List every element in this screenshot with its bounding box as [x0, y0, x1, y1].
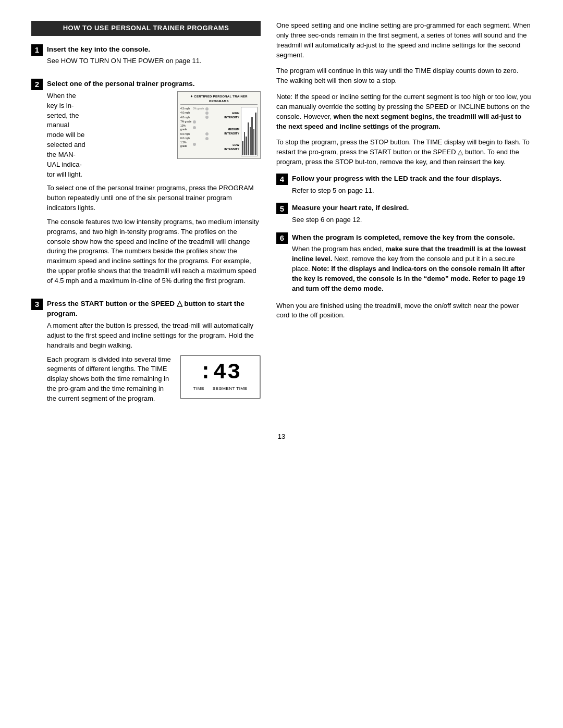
- section-header: HOW TO USE PERSONAL TRAINER PROGRAMS: [31, 21, 261, 36]
- two-column-layout: HOW TO USE PERSONAL TRAINER PROGRAMS 1 I…: [31, 21, 532, 416]
- step-2-para-2: The console features two low intensity p…: [47, 217, 261, 286]
- step-1-para: See HOW TO TURN ON THE POWER on page 11.: [47, 56, 261, 66]
- timer-number: :43: [199, 362, 242, 384]
- step-4-title: Follow your progress with the LED track …: [292, 174, 532, 184]
- step-4-number: 4: [276, 174, 288, 185]
- step-4-content: Follow your progress with the LED track …: [292, 174, 532, 195]
- step-2-title: Select one of the personal trainer progr…: [47, 79, 261, 89]
- step-6-title: When the program is completed, remove th…: [292, 232, 532, 243]
- right-column: One speed setting and one incline settin…: [276, 21, 532, 416]
- step-3-body: A moment after the button is pressed, th…: [47, 321, 261, 404]
- step-1-block: 1 Insert the key into the console. See H…: [31, 44, 261, 70]
- step-2-body: When thekey is in-serted, themanualmode …: [47, 91, 261, 286]
- step-6-content: When the program is completed, remove th…: [292, 232, 532, 294]
- step-3-segment-text: Each program is divided into several tim…: [47, 355, 173, 404]
- step-2-intro-text: When thekey is in-serted, themanualmode …: [47, 91, 170, 180]
- step-2-para-1: To select one of the personal trainer pr…: [47, 183, 261, 213]
- step-1-body: See HOW TO TURN ON THE POWER on page 11.: [47, 56, 261, 66]
- step-4-body: Refer to step 5 on page 11.: [292, 186, 532, 196]
- step-5-title: Measure your heart rate, if desired.: [292, 203, 532, 213]
- step-3-content: Press the START button or the SPEED △ bu…: [47, 299, 261, 408]
- step-3-block: 3 Press the START button or the SPEED △ …: [31, 299, 261, 408]
- step-3-title: Press the START button or the SPEED △ bu…: [47, 299, 261, 319]
- step-5-body: See step 6 on page 12.: [292, 215, 532, 225]
- step-2-block: 2 Select one of the personal trainer pro…: [31, 79, 261, 290]
- timer-display: :43 TIME SEGMENT TIME: [180, 355, 261, 399]
- step-3-image-block: Each program is divided into several tim…: [47, 355, 261, 404]
- timer-labels: TIME SEGMENT TIME: [193, 386, 248, 392]
- step-1-content: Insert the key into the console. See HOW…: [47, 44, 261, 70]
- page-container: HOW TO USE PERSONAL TRAINER PROGRAMS 1 I…: [0, 0, 563, 728]
- step-6-number: 6: [276, 232, 288, 244]
- right-para-4: To stop the program, press the STOP butt…: [276, 138, 532, 167]
- left-column: HOW TO USE PERSONAL TRAINER PROGRAMS 1 I…: [31, 21, 261, 416]
- step-6-body: When the program has ended, make sure th…: [292, 244, 532, 293]
- step-3-number: 3: [31, 299, 43, 310]
- step-3-para-1: A moment after the button is pressed, th…: [47, 321, 261, 351]
- step-1-number: 1: [31, 44, 43, 56]
- step-5-block: 5 Measure your heart rate, if desired. S…: [276, 203, 532, 225]
- right-para-1: One speed setting and one incline settin…: [276, 21, 532, 60]
- step-5-content: Measure your heart rate, if desired. See…: [292, 203, 532, 225]
- right-para-2: The program will continue in this way un…: [276, 66, 532, 86]
- console-title: ✦ CERTIFIED PERSONAL TRAINER PROGRAMS: [180, 94, 258, 105]
- console-image: ✦ CERTIFIED PERSONAL TRAINER PROGRAMS 4.…: [177, 91, 261, 159]
- step-4-block: 4 Follow your progress with the LED trac…: [276, 174, 532, 195]
- step-6-para-1: When the program has ended, make sure th…: [292, 244, 532, 293]
- step-2-image-block: When thekey is in-serted, themanualmode …: [47, 91, 261, 180]
- step-2-number: 2: [31, 79, 43, 90]
- right-para-3: Note: If the speed or incline setting fo…: [276, 92, 532, 131]
- step-1-title: Insert the key into the console.: [47, 44, 261, 55]
- step-5-number: 5: [276, 203, 288, 214]
- step-2-content: Select one of the personal trainer progr…: [47, 79, 261, 290]
- step-6-block: 6 When the program is completed, remove …: [276, 232, 532, 294]
- timer-label-time: TIME: [193, 386, 204, 392]
- page-number: 13: [31, 432, 532, 442]
- right-final-para: When you are finished using the treadmil…: [276, 301, 532, 321]
- timer-label-segment: SEGMENT TIME: [213, 386, 248, 392]
